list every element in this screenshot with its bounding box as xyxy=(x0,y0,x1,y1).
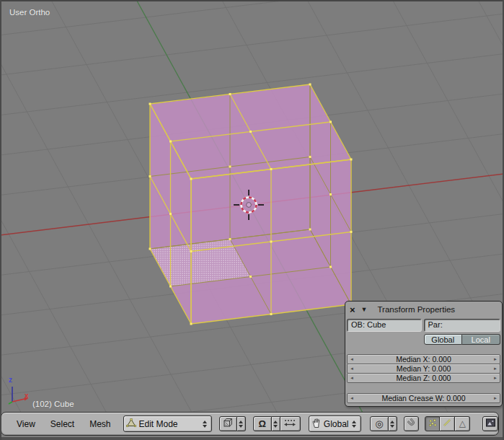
face-select-icon: △ xyxy=(459,419,466,428)
median-z-value: Median Z: 0.000 xyxy=(356,374,491,382)
manipulator-icon xyxy=(283,418,296,431)
slider-left-arrow-icon[interactable]: ◄ xyxy=(348,356,356,364)
median-z-slider[interactable]: ◄ Median Z: 0.000 ► xyxy=(347,373,500,383)
edge-select-icon xyxy=(442,418,452,431)
menu-mesh[interactable]: Mesh xyxy=(89,419,110,429)
edge-select-button[interactable] xyxy=(440,416,455,431)
close-icon[interactable]: × xyxy=(350,305,355,314)
window-border-left xyxy=(0,0,1,440)
slider-right-arrow-icon[interactable]: ► xyxy=(491,395,500,402)
proportional-edit-button[interactable]: ◎ xyxy=(370,416,389,431)
pivot-icon: Ω xyxy=(259,419,266,428)
parent-field[interactable]: Par: xyxy=(424,319,500,332)
slider-left-arrow-icon[interactable]: ◄ xyxy=(348,395,356,402)
gizmo-x-label: x xyxy=(25,392,29,400)
slider-right-arrow-icon[interactable]: ► xyxy=(491,356,500,364)
orientation-stepper-icon[interactable] xyxy=(350,421,358,428)
gizmo-x-axis xyxy=(12,399,25,402)
render-preview-button[interactable] xyxy=(482,416,498,431)
orientation-dropdown[interactable]: Global xyxy=(309,415,361,432)
menu-select[interactable]: Select xyxy=(50,419,74,429)
object-name-field[interactable]: OB: Cube xyxy=(347,319,422,332)
proportional-stepper[interactable] xyxy=(389,416,397,431)
manipulator-button[interactable] xyxy=(280,416,301,431)
draw-type-button[interactable] xyxy=(219,416,237,431)
panel-title: Transform Properties xyxy=(378,305,456,314)
mode-label: Edit Mode xyxy=(139,419,201,429)
snap-button[interactable] xyxy=(404,416,420,431)
median-crease-slider[interactable]: ◄ Median Crease W: 0.000 ► xyxy=(347,393,500,403)
mode-dropdown[interactable]: Edit Mode xyxy=(123,415,212,432)
slider-right-arrow-icon[interactable]: ► xyxy=(491,374,500,382)
gizmo-z-label: z xyxy=(9,376,12,384)
mode-stepper-icon[interactable] xyxy=(201,421,209,428)
pivot-stepper[interactable] xyxy=(272,416,280,431)
active-object-label: (102) Cube xyxy=(32,400,74,408)
edit-mode-triangle-icon xyxy=(126,418,136,430)
render-image-icon xyxy=(485,418,496,431)
draw-type-cube-icon xyxy=(223,418,233,431)
gizmo-y-axis xyxy=(9,402,12,404)
view3d-header: View Select Mesh Edit Mode xyxy=(1,412,499,436)
median-crease-value: Median Crease W: 0.000 xyxy=(356,395,491,402)
vertex-select-button[interactable] xyxy=(425,416,440,431)
hand-icon xyxy=(311,418,322,431)
panel-header[interactable]: × ▼ Transform Properties xyxy=(345,302,502,316)
vertex-select-icon xyxy=(428,418,438,431)
median-x-slider[interactable]: ◄ Median X: 0.000 ► xyxy=(347,354,500,364)
transform-properties-panel: × ▼ Transform Properties OB: Cube Par: G… xyxy=(345,301,503,407)
window-border-bottom xyxy=(0,437,504,440)
blender-3d-view-window: User Ortho (102) Cube z x × ▼ Transform … xyxy=(0,0,504,440)
pivot-point-button[interactable]: Ω xyxy=(253,416,272,431)
draw-type-stepper[interactable] xyxy=(237,416,246,431)
slider-right-arrow-icon[interactable]: ► xyxy=(491,365,500,373)
median-y-value: Median Y: 0.000 xyxy=(356,365,491,373)
slider-left-arrow-icon[interactable]: ◄ xyxy=(348,365,356,373)
collapse-triangle-icon[interactable]: ▼ xyxy=(361,306,368,313)
menu-view[interactable]: View xyxy=(17,419,35,429)
global-button[interactable]: Global xyxy=(424,334,462,345)
axis-gizmo: z x xyxy=(4,377,37,408)
magnet-icon xyxy=(406,417,417,431)
face-select-button[interactable]: △ xyxy=(455,416,470,431)
slider-left-arrow-icon[interactable]: ◄ xyxy=(348,374,356,382)
view-mode-label: User Ortho xyxy=(9,8,50,17)
orientation-label: Global xyxy=(324,419,350,429)
proportional-edit-icon: ◎ xyxy=(375,419,383,428)
window-border-top xyxy=(0,0,504,1)
median-x-value: Median X: 0.000 xyxy=(356,356,491,364)
median-y-slider[interactable]: ◄ Median Y: 0.000 ► xyxy=(347,364,500,374)
local-button[interactable]: Local xyxy=(462,334,500,345)
